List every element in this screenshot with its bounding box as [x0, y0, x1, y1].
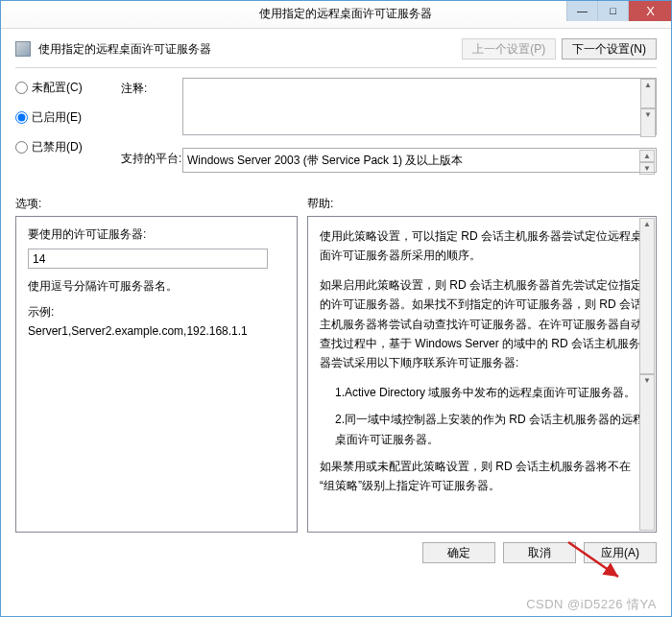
platform-wrap: Windows Server 2003 (带 Service Pack 1) 及…	[182, 148, 657, 173]
radio-disabled-label: 已禁用(D)	[32, 139, 83, 155]
options-label: 选项:	[15, 196, 307, 212]
radio-disabled[interactable]: 已禁用(D)	[15, 139, 121, 155]
section-labels: 选项: 帮助:	[15, 196, 657, 212]
platform-row: 支持的平台: Windows Server 2003 (带 Service Pa…	[121, 148, 657, 173]
footer: 确定 取消 应用(A)	[0, 533, 672, 563]
server-label: 要使用的许可证服务器:	[28, 226, 285, 243]
radio-enabled-input[interactable]	[15, 111, 28, 124]
close-button[interactable]: X	[628, 0, 672, 21]
config-row: 未配置(C) 已启用(E) 已禁用(D) 注释: ▲▼ 支持的平台:	[15, 78, 657, 182]
ok-button[interactable]: 确定	[422, 542, 495, 563]
radio-enabled-label: 已启用(E)	[32, 109, 82, 126]
header-row: 使用指定的远程桌面许可证服务器 上一个设置(P) 下一个设置(N)	[15, 38, 657, 59]
maximize-icon: □	[610, 5, 616, 16]
help-p1: 使用此策略设置，可以指定 RD 会话主机服务器尝试定位远程桌面许可证服务器所采用…	[320, 226, 644, 266]
platform-box: Windows Server 2003 (带 Service Pack 1) 及…	[182, 148, 657, 173]
platform-label: 支持的平台:	[121, 148, 182, 167]
options-panel: 要使用的许可证服务器: 使用逗号分隔许可服务器名。 示例: Server1,Se…	[15, 216, 298, 533]
radio-not-configured[interactable]: 未配置(C)	[15, 80, 121, 96]
policy-icon	[15, 41, 31, 57]
header-text: 使用指定的远程桌面许可证服务器	[38, 41, 211, 58]
comment-row: 注释: ▲▼	[121, 78, 657, 138]
close-icon: X	[646, 4, 655, 18]
radio-enabled[interactable]: 已启用(E)	[15, 109, 121, 126]
example-label: 示例:	[28, 304, 285, 320]
previous-setting-button[interactable]: 上一个设置(P)	[462, 38, 556, 59]
comment-scrollbar[interactable]: ▲▼	[640, 79, 656, 137]
help-p2: 如果启用此策略设置，则 RD 会话主机服务器首先尝试定位指定的许可证服务器。如果…	[320, 275, 644, 373]
maximize-button[interactable]: □	[597, 0, 628, 21]
radio-not-configured-input[interactable]	[15, 82, 28, 94]
comment-wrap: ▲▼	[182, 78, 657, 138]
platform-value: Windows Server 2003 (带 Service Pack 1) 及…	[187, 153, 463, 169]
next-setting-button[interactable]: 下一个设置(N)	[562, 38, 657, 59]
comment-textarea[interactable]	[182, 78, 657, 135]
window-controls: — □ X	[566, 0, 672, 21]
content-area: 使用指定的远程桌面许可证服务器 上一个设置(P) 下一个设置(N) 未配置(C)…	[0, 29, 672, 533]
radio-group: 未配置(C) 已启用(E) 已禁用(D)	[15, 78, 121, 155]
help-li2: 2.同一域中域控制器上安装的作为 RD 会话主机服务器的远程桌面许可证服务器。	[320, 410, 644, 449]
minimize-button[interactable]: —	[566, 0, 597, 21]
radio-not-configured-label: 未配置(C)	[32, 80, 83, 96]
panels: 要使用的许可证服务器: 使用逗号分隔许可服务器名。 示例: Server1,Se…	[15, 216, 657, 533]
help-panel: 使用此策略设置，可以指定 RD 会话主机服务器尝试定位远程桌面许可证服务器所采用…	[307, 216, 657, 533]
apply-button[interactable]: 应用(A)	[584, 542, 657, 563]
radio-disabled-input[interactable]	[15, 141, 28, 154]
cancel-button[interactable]: 取消	[503, 542, 576, 563]
nav-buttons: 上一个设置(P) 下一个设置(N)	[462, 38, 657, 59]
server-input[interactable]	[28, 249, 268, 269]
titlebar: 使用指定的远程桌面许可证服务器 — □ X	[0, 0, 672, 29]
divider	[15, 67, 657, 68]
help-li1: 1.Active Directory 域服务中发布的远程桌面许可证服务器。	[320, 383, 644, 402]
help-label: 帮助:	[307, 196, 333, 212]
watermark: CSDN @iD5226 情YA	[526, 596, 657, 613]
separator-hint: 使用逗号分隔许可服务器名。	[28, 278, 285, 295]
help-scrollbar[interactable]: ▲▼	[639, 218, 655, 531]
example-value: Server1,Server2.example.com,192.168.1.1	[28, 324, 285, 338]
right-fields: 注释: ▲▼ 支持的平台: Windows Server 2003 (带 Ser…	[121, 78, 657, 182]
comment-label: 注释:	[121, 78, 182, 97]
help-p3: 如果禁用或未配置此策略设置，则 RD 会话主机服务器将不在“组策略”级别上指定许…	[320, 457, 644, 496]
minimize-icon: —	[577, 5, 588, 16]
platform-scrollbar[interactable]: ▲▼	[639, 150, 655, 171]
